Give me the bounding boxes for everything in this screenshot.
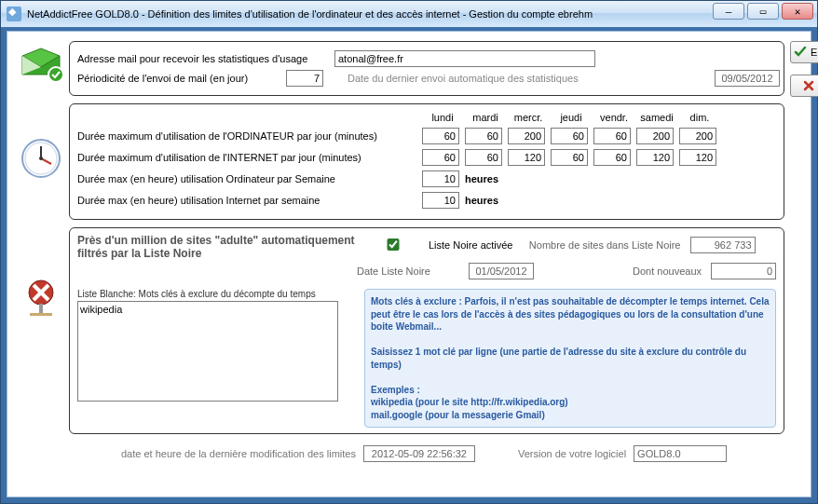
- version-label: Version de votre logiciel: [518, 448, 626, 459]
- whitelist-textarea[interactable]: [77, 301, 338, 402]
- day-tue: mardi: [467, 112, 504, 123]
- email-group: Adresse mail pour recevoir les statistiq…: [69, 41, 784, 96]
- day-sat: samedi: [638, 112, 675, 123]
- blacklist-intro: Près d'un million de sites "adulte" auto…: [77, 234, 357, 260]
- blacklist-date-label: Date Liste Noire: [357, 266, 469, 277]
- day-mon: lundi: [424, 112, 461, 123]
- titlebar[interactable]: NetAddictFree GOLD8.0 - Définition des l…: [1, 1, 817, 27]
- blacklist-date: [469, 263, 534, 279]
- day-fri: vendr.: [595, 112, 633, 123]
- email-input[interactable]: [334, 50, 595, 67]
- internet-day-inputs: [422, 149, 716, 166]
- svg-rect-12: [39, 304, 43, 313]
- minimize-button[interactable]: —: [713, 3, 744, 20]
- blacklist-enabled-label: Liste Noire activée: [429, 239, 513, 251]
- internet-mon[interactable]: [422, 149, 459, 166]
- footer: date et heure de la dernière modificatio…: [121, 445, 799, 462]
- internet-fri[interactable]: [593, 149, 631, 166]
- hours-unit-2: heures: [465, 195, 498, 206]
- internet-sun[interactable]: [679, 149, 716, 166]
- stop-sign-icon: [19, 279, 63, 317]
- computer-day-inputs: [422, 128, 716, 144]
- computer-sun[interactable]: [679, 128, 716, 144]
- limits-group: lundi mardi mercr. jeudi vendr. samedi d…: [69, 103, 784, 220]
- last-send-value: [715, 70, 780, 87]
- internet-week-label: Durée max (en heure) utilisation Interne…: [77, 195, 422, 206]
- svg-point-3: [48, 67, 63, 82]
- computer-tue[interactable]: [465, 128, 502, 144]
- svg-rect-13: [30, 313, 52, 316]
- internet-tue[interactable]: [465, 149, 502, 166]
- check-icon: [794, 46, 807, 59]
- mail-icon: [19, 47, 63, 84]
- mod-date-label: date et heure de la dernière modificatio…: [121, 448, 356, 459]
- computer-fri[interactable]: [593, 128, 631, 144]
- left-icon-column: [19, 41, 63, 317]
- computer-week-label: Durée max (en heure) utilisation Ordinat…: [77, 173, 422, 184]
- internet-wed[interactable]: [508, 149, 545, 166]
- window-title: NetAddictFree GOLD8.0 - Définition des l…: [27, 8, 811, 20]
- version-value: [634, 445, 727, 462]
- internet-thu[interactable]: [551, 149, 588, 166]
- blacklist-enabled-checkbox[interactable]: [361, 238, 426, 251]
- email-label: Adresse mail pour recevoir les statistiq…: [77, 53, 329, 64]
- last-send-label: Date du dernier envoi automatique des st…: [348, 73, 579, 84]
- period-label: Périodicité de l'envoi de mail (en jour): [77, 73, 280, 84]
- day-header: lundi mardi mercr. jeudi vendr. samedi d…: [424, 112, 776, 123]
- clock-icon: [19, 140, 63, 177]
- blacklist-count: [690, 237, 756, 253]
- computer-limit-label: Durée maximum d'utilisation de l'ORDINAT…: [77, 130, 422, 142]
- computer-mon[interactable]: [422, 128, 459, 144]
- computer-sat[interactable]: [636, 128, 674, 144]
- blacklist-group: Près d'un million de sites "adulte" auto…: [69, 227, 784, 434]
- internet-week-input[interactable]: [422, 192, 459, 209]
- internet-limit-label: Durée maximum d'utilisation de l'INTERNE…: [77, 152, 422, 163]
- whitelist-label: Liste Blanche: Mots clés à exclure du dé…: [77, 289, 357, 299]
- client-area: Adresse mail pour recevoir les statistiq…: [7, 31, 811, 497]
- save-button[interactable]: Enregistrer: [790, 41, 818, 63]
- maximize-button[interactable]: ▭: [747, 3, 779, 20]
- day-wed: mercr.: [510, 112, 547, 123]
- save-button-label: Enregistrer: [811, 47, 818, 58]
- app-icon: [7, 7, 21, 21]
- computer-thu[interactable]: [551, 128, 588, 144]
- blacklist-new-label: Dont nouveaux: [534, 266, 711, 277]
- mod-date-value: [363, 445, 475, 462]
- window-close-button[interactable]: ✕: [782, 3, 813, 20]
- day-sun: dim.: [681, 112, 718, 123]
- hours-unit: heures: [465, 173, 498, 184]
- internet-sat[interactable]: [636, 149, 674, 166]
- svg-point-8: [39, 157, 43, 160]
- blacklist-new: [711, 263, 776, 279]
- period-input[interactable]: [286, 70, 323, 87]
- computer-wed[interactable]: [508, 128, 545, 144]
- blacklist-count-label: Nombre de sites dans Liste Noire: [513, 239, 690, 251]
- close-button[interactable]: Fermer: [790, 75, 818, 97]
- app-window: NetAddictFree GOLD8.0 - Définition des l…: [0, 0, 818, 504]
- computer-week-input[interactable]: [422, 170, 459, 187]
- day-thu: jeudi: [552, 112, 590, 123]
- help-text: Mots clés à exclure : Parfois, il n'est …: [364, 289, 776, 428]
- close-icon: [802, 79, 815, 92]
